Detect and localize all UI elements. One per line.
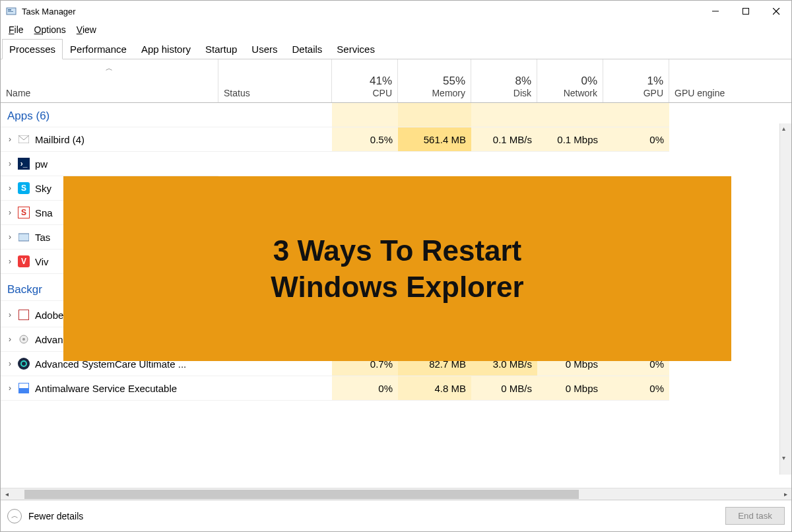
scroll-right-icon[interactable]: ▸	[779, 490, 791, 498]
antimalware-icon	[18, 382, 30, 394]
col-cpu[interactable]: 41% CPU	[332, 59, 398, 102]
section-apps[interactable]: Apps (6)	[1, 103, 218, 127]
svg-rect-2	[8, 11, 13, 12]
chevron-right-icon[interactable]: ›	[6, 135, 18, 144]
skype-icon: S	[18, 182, 30, 194]
tab-startup[interactable]: Startup	[198, 39, 244, 59]
chevron-right-icon[interactable]: ›	[6, 335, 18, 344]
maximize-button[interactable]	[731, 1, 761, 22]
powershell-icon: ›_	[18, 158, 30, 170]
overlay-banner: 3 Ways To RestartWindows Explorer	[63, 176, 731, 361]
sort-arrow-icon: ︿	[106, 63, 113, 73]
snagit-icon: S	[18, 207, 30, 218]
end-task-button[interactable]: End task	[725, 507, 785, 525]
tab-details[interactable]: Details	[285, 39, 330, 59]
col-network[interactable]: 0% Network	[537, 59, 603, 102]
col-disk[interactable]: 8% Disk	[471, 59, 537, 102]
col-gpu[interactable]: 1% GPU	[603, 59, 669, 102]
tab-app-history[interactable]: App history	[134, 39, 198, 59]
window-title: Task Manager	[22, 7, 700, 17]
process-row[interactable]: › Mailbird (4) 0.5% 561.4 MB 0.1 MB/s 0.…	[1, 127, 791, 152]
chevron-right-icon[interactable]: ›	[6, 310, 18, 319]
chevron-right-icon[interactable]: ›	[6, 159, 18, 168]
tabs: Processes Performance App history Startu…	[1, 39, 791, 59]
close-button[interactable]	[761, 1, 791, 22]
disk-icon	[18, 333, 30, 345]
tab-performance[interactable]: Performance	[63, 39, 134, 59]
scrollbar-thumb[interactable]	[24, 490, 579, 499]
asc-icon	[18, 358, 30, 370]
menu-options[interactable]: Options	[29, 23, 71, 36]
process-name: Sky	[35, 183, 51, 194]
svg-point-11	[21, 361, 26, 366]
process-name: Sna	[35, 207, 53, 218]
col-memory[interactable]: 55% Memory	[398, 59, 471, 102]
minimize-button[interactable]	[700, 1, 731, 22]
chevron-right-icon[interactable]: ›	[6, 232, 18, 242]
chevron-right-icon[interactable]: ›	[6, 383, 18, 393]
task-manager-icon	[6, 6, 16, 17]
process-name: Antimalware Service Executable	[35, 383, 177, 394]
svg-rect-8	[18, 234, 29, 241]
chevron-right-icon[interactable]: ›	[6, 359, 18, 368]
adobe-icon	[18, 309, 30, 321]
tab-services[interactable]: Services	[329, 39, 382, 59]
chevron-right-icon[interactable]: ›	[6, 183, 18, 193]
menu-view[interactable]: View	[71, 23, 102, 36]
scroll-left-icon[interactable]: ◂	[1, 490, 13, 498]
menubar: File Options View	[1, 22, 791, 39]
menu-file[interactable]: File	[3, 23, 29, 36]
process-name: Viv	[35, 256, 49, 267]
column-headers: ︿ Name Status 41% CPU 55% Memory 8% Disk…	[1, 59, 791, 103]
svg-point-10	[22, 338, 25, 341]
process-row[interactable]: › Antimalware Service Executable 0% 4.8 …	[1, 376, 791, 401]
chevron-right-icon[interactable]: ›	[6, 208, 18, 217]
col-name[interactable]: ︿ Name	[1, 59, 218, 102]
task-manager-icon	[18, 231, 30, 243]
process-name: Mailbird (4)	[35, 134, 84, 145]
col-gpu-engine[interactable]: GPU engine	[669, 59, 791, 102]
tab-processes[interactable]: Processes	[2, 39, 63, 59]
vertical-scrollbar[interactable]	[779, 123, 791, 475]
horizontal-scrollbar[interactable]: ◂ ▸	[1, 488, 791, 500]
chevron-up-icon: ︿	[7, 509, 22, 523]
process-name: Tas	[35, 232, 50, 243]
titlebar[interactable]: Task Manager	[1, 1, 791, 22]
svg-rect-4	[743, 9, 749, 15]
process-row[interactable]: › ›_ pw	[1, 152, 791, 176]
overlay-text: 3 Ways To RestartWindows Explorer	[271, 232, 523, 305]
svg-rect-1	[8, 9, 11, 11]
vivaldi-icon: V	[18, 255, 30, 267]
footer: ︿ Fewer details End task	[1, 500, 791, 531]
section-row: Apps (6)	[1, 103, 791, 127]
process-name: pw	[35, 158, 48, 170]
chevron-right-icon[interactable]: ›	[6, 257, 18, 266]
col-status[interactable]: Status	[218, 59, 332, 102]
mailbird-icon	[18, 133, 30, 145]
tab-users[interactable]: Users	[244, 39, 284, 59]
fewer-details-button[interactable]: ︿ Fewer details	[7, 509, 83, 523]
